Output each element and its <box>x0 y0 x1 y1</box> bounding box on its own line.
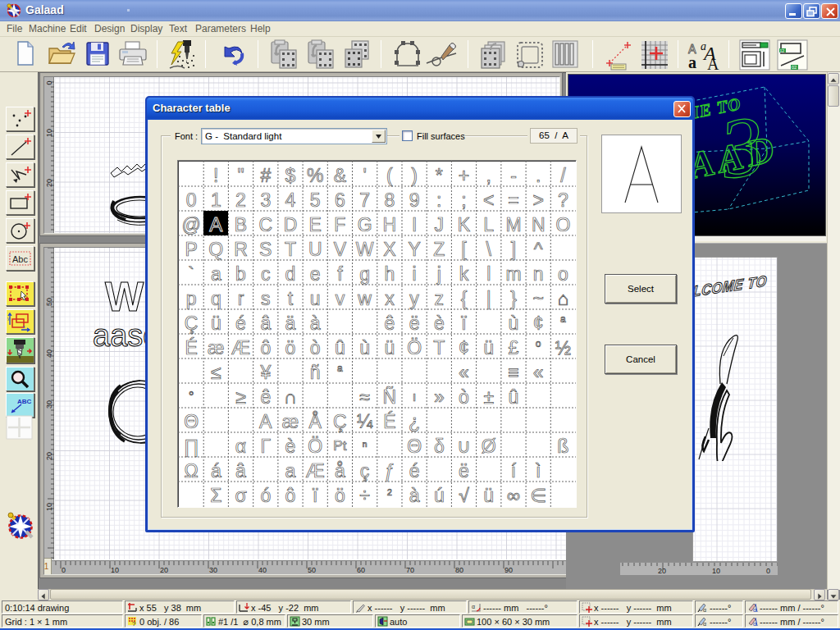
svg-text:a: a <box>688 53 696 71</box>
svg-text:α: α <box>753 607 756 613</box>
svg-text:ABC: ABC <box>17 398 32 405</box>
svg-text:?: ? <box>132 620 136 627</box>
svg-text:α: α <box>753 621 756 627</box>
svg-text:A: A <box>707 55 719 71</box>
svg-text:α: α <box>703 621 706 627</box>
svg-text:α: α <box>472 604 475 609</box>
svg-text:α: α <box>703 607 706 613</box>
svg-text:Abc: Abc <box>12 254 28 264</box>
svg-text:02: 02 <box>792 65 797 70</box>
svg-text:12: 12 <box>780 48 785 53</box>
